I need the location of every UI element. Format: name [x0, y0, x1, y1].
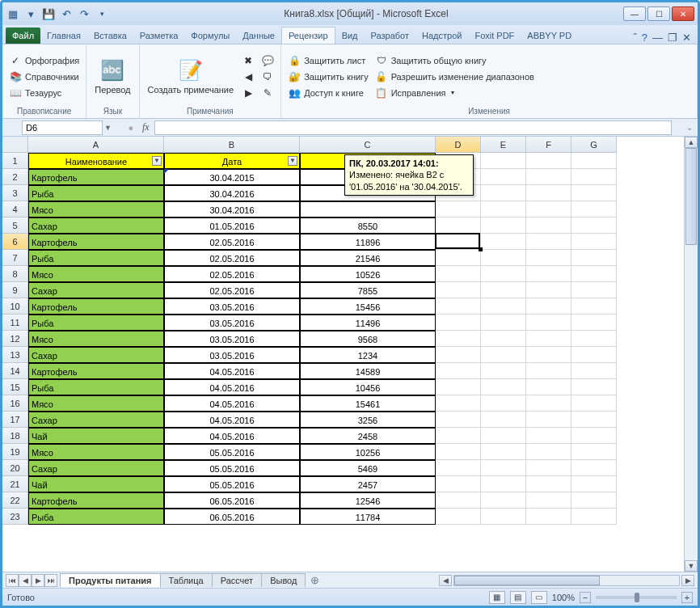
empty-cell[interactable] — [526, 266, 571, 282]
row-header-12[interactable]: 12 — [2, 331, 28, 347]
row-header-23[interactable]: 23 — [2, 509, 28, 525]
vscroll-track[interactable] — [685, 148, 698, 560]
cell-date[interactable]: 04.05.2016 — [164, 363, 300, 379]
cell-date[interactable]: 03.05.2016 — [164, 298, 300, 315]
cell-name[interactable]: Картофель — [28, 298, 164, 315]
empty-cell[interactable] — [436, 347, 481, 363]
cell-amount[interactable]: 11784 — [300, 509, 436, 525]
zoom-slider[interactable] — [596, 596, 677, 599]
row-header-17[interactable]: 17 — [2, 412, 28, 428]
show-hide-comment-button[interactable]: 💬 — [259, 53, 276, 68]
cell-amount[interactable]: 14589 — [300, 363, 436, 379]
row-header-15[interactable]: 15 — [2, 379, 28, 395]
fn-cancel-icon[interactable]: ● — [124, 123, 137, 133]
col-header-E[interactable]: E — [481, 137, 526, 153]
empty-cell[interactable] — [571, 509, 617, 525]
cell-name[interactable]: Рыба — [28, 379, 164, 395]
col-header-A[interactable]: A — [28, 137, 164, 153]
empty-cell[interactable] — [571, 395, 617, 412]
cell-date[interactable]: 05.05.2016 — [164, 444, 300, 460]
col-header-G[interactable]: G — [571, 137, 617, 153]
empty-cell[interactable] — [571, 266, 617, 282]
namebox-dropdown-icon[interactable]: ▼ — [104, 124, 112, 132]
zoom-level[interactable]: 100% — [552, 593, 575, 602]
protect-shared-button[interactable]: 🛡Защитить общую книгу — [373, 53, 536, 68]
cell-date[interactable]: 02.05.2016 — [164, 266, 300, 282]
save-icon[interactable]: 💾 — [41, 6, 56, 21]
empty-cell[interactable] — [436, 379, 481, 395]
sheet-first-button[interactable]: ⏮ — [6, 574, 19, 587]
empty-cell[interactable] — [526, 460, 571, 476]
row-header-3[interactable]: 3 — [2, 185, 28, 201]
col-header-C[interactable]: C — [300, 137, 436, 153]
cell-amount[interactable]: 8550 — [300, 217, 436, 234]
cell-amount[interactable]: 5469 — [300, 460, 436, 476]
empty-cell[interactable] — [526, 476, 571, 492]
empty-cell[interactable] — [436, 444, 481, 460]
row-header-11[interactable]: 11 — [2, 315, 28, 331]
cell-name[interactable]: Мясо — [28, 331, 164, 347]
cell-amount[interactable]: 3256 — [300, 412, 436, 428]
empty-cell[interactable] — [481, 234, 526, 250]
minimize-button[interactable]: — — [623, 6, 646, 21]
empty-cell[interactable] — [481, 201, 526, 217]
empty-cell[interactable] — [481, 331, 526, 347]
sheet-prev-button[interactable]: ◀ — [19, 574, 32, 587]
sheet-tab[interactable]: Вывод — [261, 573, 306, 587]
row-header-18[interactable]: 18 — [2, 428, 28, 444]
tab-разметка[interactable]: Разметка — [133, 27, 185, 44]
cell-name[interactable]: Сахар — [28, 217, 164, 234]
select-all-corner[interactable] — [2, 137, 28, 153]
hscroll-track[interactable] — [453, 575, 680, 586]
empty-cell[interactable] — [436, 201, 481, 217]
cell-date[interactable]: 02.05.2016 — [164, 234, 300, 250]
tab-вставка[interactable]: Вставка — [87, 27, 133, 44]
empty-cell[interactable] — [436, 315, 481, 331]
window-close-icon[interactable]: ✕ — [682, 32, 691, 44]
empty-cell[interactable] — [436, 363, 481, 379]
qat-more-icon[interactable]: ▾ — [95, 6, 109, 21]
tab-вид[interactable]: Вид — [335, 27, 365, 44]
zoom-in-button[interactable]: + — [681, 592, 693, 603]
hscroll-right-button[interactable]: ▶ — [681, 575, 694, 586]
empty-cell[interactable] — [526, 379, 571, 395]
redo-icon[interactable]: ↷ — [77, 6, 91, 21]
empty-cell[interactable] — [571, 444, 617, 460]
sheet-last-button[interactable]: ⏭ — [44, 574, 57, 587]
empty-cell[interactable] — [571, 412, 617, 428]
empty-cell[interactable] — [571, 428, 617, 444]
protect-workbook-button[interactable]: 🔐Защитить книгу — [286, 70, 370, 84]
hscroll-left-button[interactable]: ◀ — [439, 575, 452, 586]
empty-cell[interactable] — [571, 315, 617, 331]
cell-date[interactable]: 05.05.2016 — [164, 460, 300, 476]
cell-amount[interactable]: 10456 — [300, 379, 436, 395]
cell-name[interactable]: Рыба — [28, 185, 164, 201]
row-header-6[interactable]: 6 — [2, 234, 28, 250]
empty-cell[interactable] — [436, 460, 481, 476]
cell-date[interactable]: 04.05.2016 — [164, 379, 300, 395]
empty-cell[interactable] — [526, 250, 571, 266]
undo-icon[interactable]: ↶ — [59, 6, 74, 21]
cell-name[interactable]: Картофель — [28, 234, 164, 250]
cell-date[interactable]: 30.04.2016 — [164, 201, 300, 217]
row-header-16[interactable]: 16 — [2, 395, 28, 412]
empty-cell[interactable] — [526, 363, 571, 379]
sheet-tab[interactable]: Рассчет — [212, 573, 263, 587]
cell-date[interactable]: 03.05.2016 — [164, 331, 300, 347]
spelling-button[interactable]: ✓Орфография — [7, 53, 81, 68]
empty-cell[interactable] — [481, 153, 526, 169]
window-minimize-icon[interactable]: — — [652, 32, 663, 44]
empty-cell[interactable] — [526, 185, 571, 201]
empty-cell[interactable] — [526, 395, 571, 412]
empty-cell[interactable] — [481, 460, 526, 476]
empty-cell[interactable] — [571, 363, 617, 379]
empty-cell[interactable] — [481, 412, 526, 428]
cell-date[interactable]: 06.05.2016 — [164, 509, 300, 525]
new-sheet-button[interactable]: ⊕ — [310, 574, 319, 586]
sheet-tab[interactable]: Таблица — [160, 573, 213, 587]
vertical-scrollbar[interactable]: ▲ ▼ — [684, 137, 698, 572]
cell-amount[interactable]: 11896 — [300, 234, 436, 250]
empty-cell[interactable] — [481, 509, 526, 525]
show-all-comments-button[interactable]: 🗨 — [259, 70, 276, 84]
empty-cell[interactable] — [526, 298, 571, 315]
